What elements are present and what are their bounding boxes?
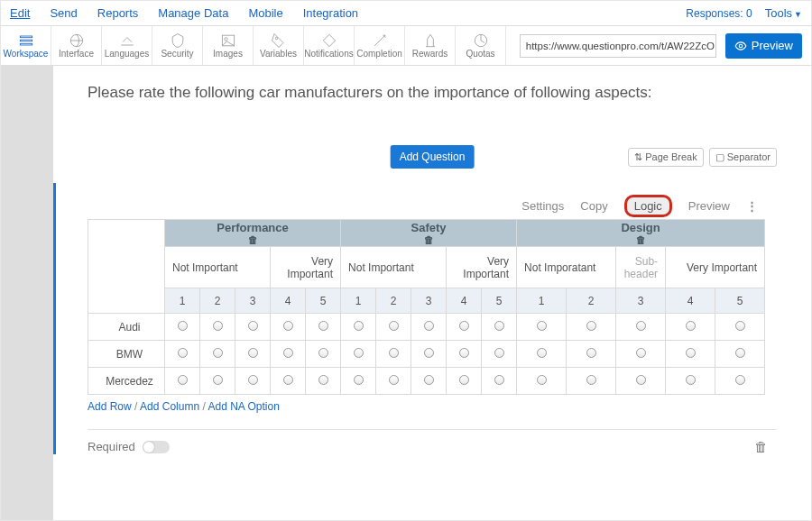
scale-low-1[interactable]: Not Important: [165, 247, 271, 288]
row-label[interactable]: Mercedez: [88, 368, 165, 395]
tab-preview[interactable]: Preview: [688, 199, 730, 213]
row-label[interactable]: BMW: [88, 341, 165, 368]
matrix-cell[interactable]: [271, 368, 306, 395]
row-label[interactable]: Audi: [88, 314, 165, 341]
matrix-cell[interactable]: [517, 341, 567, 368]
matrix-cell[interactable]: [517, 368, 567, 395]
separator-button[interactable]: ▢Separator: [709, 148, 777, 167]
radio-icon[interactable]: [283, 375, 293, 385]
scale-high-1[interactable]: Very Important: [271, 247, 341, 288]
radio-icon[interactable]: [586, 375, 596, 385]
trash-icon[interactable]: 🗑: [342, 234, 515, 245]
kebab-icon[interactable]: ⋮: [746, 199, 759, 213]
radio-icon[interactable]: [424, 348, 434, 358]
radio-icon[interactable]: [586, 348, 596, 358]
radio-icon[interactable]: [636, 321, 646, 331]
toolbar-images[interactable]: Images: [203, 26, 254, 65]
radio-icon[interactable]: [178, 321, 188, 331]
matrix-cell[interactable]: [165, 368, 200, 395]
menu-send[interactable]: Send: [50, 6, 77, 20]
radio-icon[interactable]: [248, 375, 258, 385]
matrix-cell[interactable]: [200, 368, 235, 395]
matrix-cell[interactable]: [411, 341, 447, 368]
scale-low-3[interactable]: Not Imporatant: [517, 247, 616, 288]
radio-icon[interactable]: [213, 348, 223, 358]
radio-icon[interactable]: [318, 348, 328, 358]
radio-icon[interactable]: [389, 375, 399, 385]
matrix-cell[interactable]: [376, 314, 411, 341]
radio-icon[interactable]: [586, 321, 596, 331]
matrix-cell[interactable]: [616, 368, 666, 395]
matrix-cell[interactable]: [165, 314, 200, 341]
matrix-cell[interactable]: [271, 314, 306, 341]
matrix-cell[interactable]: [517, 314, 567, 341]
radio-icon[interactable]: [178, 375, 188, 385]
matrix-cell[interactable]: [200, 341, 235, 368]
radio-icon[interactable]: [636, 348, 646, 358]
radio-icon[interactable]: [283, 321, 293, 331]
radio-icon[interactable]: [248, 321, 258, 331]
radio-icon[interactable]: [735, 375, 745, 385]
toolbar-security[interactable]: Security: [152, 26, 203, 65]
toolbar-variables[interactable]: Variables: [254, 26, 304, 65]
scale-low-2[interactable]: Not Important: [341, 247, 447, 288]
radio-icon[interactable]: [459, 375, 469, 385]
matrix-cell[interactable]: [666, 314, 715, 341]
add-question-button[interactable]: Add Question: [391, 145, 475, 169]
radio-icon[interactable]: [354, 321, 364, 331]
required-toggle[interactable]: [143, 441, 170, 453]
toolbar-rewards[interactable]: Rewards: [405, 26, 456, 65]
matrix-cell[interactable]: [411, 368, 447, 395]
radio-icon[interactable]: [537, 375, 547, 385]
preview-button[interactable]: Preview: [725, 33, 802, 59]
matrix-cell[interactable]: [567, 314, 616, 341]
menu-integration[interactable]: Integration: [303, 6, 358, 20]
matrix-cell[interactable]: [341, 368, 376, 395]
add-na-link[interactable]: Add NA Option: [208, 400, 279, 413]
radio-icon[interactable]: [354, 348, 364, 358]
radio-icon[interactable]: [686, 321, 696, 331]
matrix-cell[interactable]: [447, 368, 482, 395]
sub-header-cell[interactable]: Sub-header: [616, 247, 666, 288]
radio-icon[interactable]: [537, 348, 547, 358]
group-header-design[interactable]: Design🗑: [517, 220, 765, 247]
matrix-cell[interactable]: [235, 368, 271, 395]
tab-copy[interactable]: Copy: [580, 199, 607, 213]
radio-icon[interactable]: [494, 348, 504, 358]
toolbar-notifications[interactable]: Notifications: [304, 26, 355, 65]
matrix-cell[interactable]: [567, 341, 616, 368]
radio-icon[interactable]: [686, 375, 696, 385]
radio-icon[interactable]: [494, 375, 504, 385]
matrix-cell[interactable]: [235, 341, 271, 368]
matrix-cell[interactable]: [715, 341, 765, 368]
matrix-cell[interactable]: [200, 314, 235, 341]
tab-settings[interactable]: Settings: [521, 199, 564, 213]
pencil-icon[interactable]: ✎: [715, 40, 716, 52]
add-row-link[interactable]: Add Row: [88, 400, 132, 413]
scale-high-2[interactable]: Very Important: [447, 247, 517, 288]
matrix-cell[interactable]: [306, 368, 341, 395]
matrix-cell[interactable]: [341, 341, 376, 368]
matrix-cell[interactable]: [447, 314, 482, 341]
matrix-cell[interactable]: [271, 341, 306, 368]
toolbar-languages[interactable]: Languages: [102, 26, 152, 65]
matrix-cell[interactable]: [411, 314, 447, 341]
matrix-cell[interactable]: [482, 341, 517, 368]
radio-icon[interactable]: [735, 348, 745, 358]
matrix-cell[interactable]: [482, 368, 517, 395]
matrix-cell[interactable]: [715, 368, 765, 395]
group-header-performance[interactable]: Performance🗑: [165, 220, 341, 247]
radio-icon[interactable]: [459, 321, 469, 331]
matrix-cell[interactable]: [376, 368, 411, 395]
survey-url-field[interactable]: https://www.questionpro.com/t/AW22ZcO ✎: [520, 34, 716, 58]
matrix-cell[interactable]: [306, 341, 341, 368]
matrix-cell[interactable]: [616, 341, 666, 368]
trash-icon[interactable]: 🗑: [518, 234, 763, 245]
menu-reports[interactable]: Reports: [97, 6, 139, 20]
trash-icon[interactable]: 🗑: [166, 234, 339, 245]
radio-icon[interactable]: [494, 321, 504, 331]
matrix-cell[interactable]: [666, 341, 715, 368]
matrix-cell[interactable]: [482, 314, 517, 341]
menu-manage-data[interactable]: Manage Data: [158, 6, 228, 20]
radio-icon[interactable]: [248, 348, 258, 358]
